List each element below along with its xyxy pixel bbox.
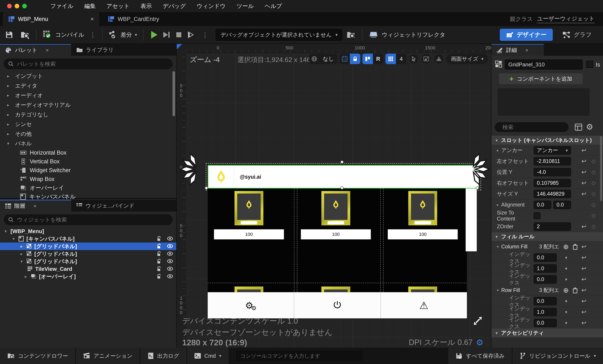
bind-diamond-icon[interactable]: ◇ (591, 158, 596, 164)
details-search[interactable] (495, 122, 568, 132)
step-forward-button[interactable] (162, 30, 171, 39)
trash-icon[interactable] (572, 287, 578, 294)
play-button[interactable] (150, 30, 158, 39)
palette-search-input[interactable] (17, 61, 168, 67)
card-widget-row2[interactable] (234, 286, 263, 292)
anchor-dropdown[interactable]: アンカー▾ (534, 146, 571, 154)
power-cell[interactable] (294, 292, 381, 318)
cursor-tool-button[interactable] (408, 54, 419, 64)
lock-icon[interactable] (157, 266, 162, 272)
lock-icon[interactable] (157, 244, 162, 249)
compile-button[interactable]: コンパイル ⋮ (43, 30, 96, 39)
caret-down-icon[interactable]: ▾ (11, 236, 16, 241)
tab-hierarchy[interactable]: 階層 × (0, 200, 71, 211)
diff-button[interactable]: 差分 ▾ (109, 30, 137, 39)
dpi-settings-icon[interactable]: ⚙ (476, 338, 483, 347)
anchor-handle-left[interactable] (179, 151, 216, 188)
close-window-button[interactable] (7, 4, 12, 8)
reset-icon[interactable]: ↩ (581, 158, 586, 164)
reset-icon[interactable]: ↩ (581, 308, 586, 316)
resize-handle-bottom-left[interactable] (205, 186, 208, 189)
bind-diamond-icon[interactable]: ◇ (591, 180, 596, 186)
caret-down-icon[interactable]: ▾ (497, 244, 499, 249)
lock-icon[interactable] (157, 251, 162, 257)
settings-cell[interactable]: ⚙ ⚙ (208, 292, 294, 318)
chevron-down-icon[interactable]: ▾ (565, 320, 567, 326)
reset-icon[interactable]: ↩ (581, 190, 586, 197)
resize-handle-bottom-right[interactable] (476, 186, 479, 189)
close-icon[interactable]: × (34, 203, 36, 209)
tree-node-tileview-card[interactable]: TileView_Card (0, 265, 176, 273)
reset-icon[interactable]: ↩ (581, 319, 586, 326)
left-offset-input[interactable]: -2.810811 (534, 157, 571, 165)
trash-icon[interactable] (572, 244, 578, 250)
palette-category-uncategorized[interactable]: ▸カテゴリなし (0, 110, 176, 119)
alignment-y-input[interactable]: 0.0 (553, 201, 571, 209)
parent-class-link[interactable]: ユーザーウィジェット (537, 15, 595, 23)
tree-node-wbp-menu[interactable]: ▾ [WBP_Menu] (0, 227, 176, 235)
tab-wbp-menu[interactable]: WBP_Menu × (3, 12, 99, 26)
visibility-icon[interactable] (167, 236, 173, 241)
stop-button[interactable] (175, 30, 183, 39)
screen-size-dropdown[interactable]: 画面サイズ ▾ (446, 54, 488, 64)
details-scrollbar[interactable] (600, 136, 602, 201)
bind-diamond-icon[interactable]: ◇ (591, 223, 596, 230)
palette-item-wrap-box[interactable]: Wrap Box (0, 175, 176, 183)
caret-right-icon[interactable]: ▸ (19, 251, 24, 256)
tab-palette[interactable]: パレット × (0, 44, 71, 56)
reset-icon[interactable]: ↩ (581, 223, 586, 230)
section-accessibility[interactable]: ▾ アクセシビリティ (491, 329, 603, 338)
card-widget[interactable] (234, 191, 263, 225)
resize-corner-handle[interactable] (472, 315, 484, 327)
grid-snap-button[interactable] (385, 54, 396, 64)
reset-icon[interactable]: ↩ (581, 243, 586, 250)
palette-search[interactable] (4, 59, 173, 69)
palette-item-horizontal-box[interactable]: Horizontal Box (0, 148, 176, 157)
visibility-icon[interactable] (167, 244, 173, 249)
reset-icon[interactable]: ↩ (581, 147, 586, 154)
caret-down-icon[interactable]: ▾ (497, 288, 499, 293)
preview-none-button[interactable]: なし (320, 54, 337, 64)
size-y-input[interactable]: 146.449829 (534, 190, 571, 198)
reset-icon[interactable]: ↩ (581, 276, 586, 283)
cmd-dropdown[interactable]: Cmd ▾ (187, 348, 228, 364)
display-filter-icon[interactable] (575, 124, 582, 131)
chevron-down-icon[interactable]: ▾ (565, 310, 567, 315)
palette-category-other[interactable]: ▸その他 (0, 129, 176, 139)
zoom-window-button[interactable] (22, 4, 27, 8)
close-icon[interactable]: × (525, 47, 528, 53)
tree-node-canvas-panel[interactable]: ▾ [キャンバスパネル] (0, 235, 176, 243)
save-status-button[interactable]: すべて保存済み (448, 348, 511, 364)
visibility-icon[interactable] (167, 274, 173, 279)
chevron-down-icon[interactable]: ▾ (565, 277, 567, 282)
lock-icon[interactable] (157, 259, 162, 264)
index-value-input[interactable]: 0.0 (534, 275, 557, 283)
menu-tools[interactable]: ツール (237, 2, 254, 10)
selected-header-widget[interactable]: @syui.ai (208, 165, 479, 188)
browse-debug-icon[interactable] (347, 30, 356, 39)
caret-right-icon[interactable]: ▸ (19, 244, 24, 249)
section-slot[interactable]: ▾ スロット (キャンバスパネルスロット) (491, 136, 603, 145)
palette-category-synth[interactable]: ▸シンセ (0, 119, 176, 129)
bind-diamond-icon[interactable]: ◇ (591, 169, 596, 175)
layout-outline-button[interactable] (362, 54, 373, 64)
browse-asset-icon[interactable] (21, 30, 30, 39)
card-widget-row2[interactable] (321, 286, 350, 292)
debug-object-dropdown[interactable]: デバッグオブジェクトが選択されていません ▾ (216, 29, 342, 41)
card-widget[interactable] (321, 191, 350, 225)
lock-icon[interactable] (157, 274, 162, 279)
play-options-icon[interactable]: ⋮ (202, 31, 208, 38)
hierarchy-search[interactable] (4, 214, 173, 225)
add-element-icon[interactable]: ⊕ (563, 243, 569, 251)
add-element-icon[interactable]: ⊕ (563, 286, 569, 294)
palette-scrollbar[interactable] (173, 71, 175, 116)
content-drawer-button[interactable]: コンテンツドロワー (0, 348, 75, 364)
palette-item-vertical-box[interactable]: Vertical Box (0, 157, 176, 166)
add-component-button[interactable]: + コンポーネントを追加 (499, 73, 583, 84)
revision-control-dropdown[interactable]: リビジョンコントロール ▾ (512, 348, 603, 364)
index-value-input[interactable]: 1.0 (534, 308, 557, 316)
caret-right-icon[interactable]: ▸ (497, 202, 499, 207)
resize-handle-top[interactable] (340, 160, 344, 164)
menu-debug[interactable]: デバッグ (163, 2, 186, 10)
tab-library[interactable]: ライブラリ (71, 44, 119, 56)
